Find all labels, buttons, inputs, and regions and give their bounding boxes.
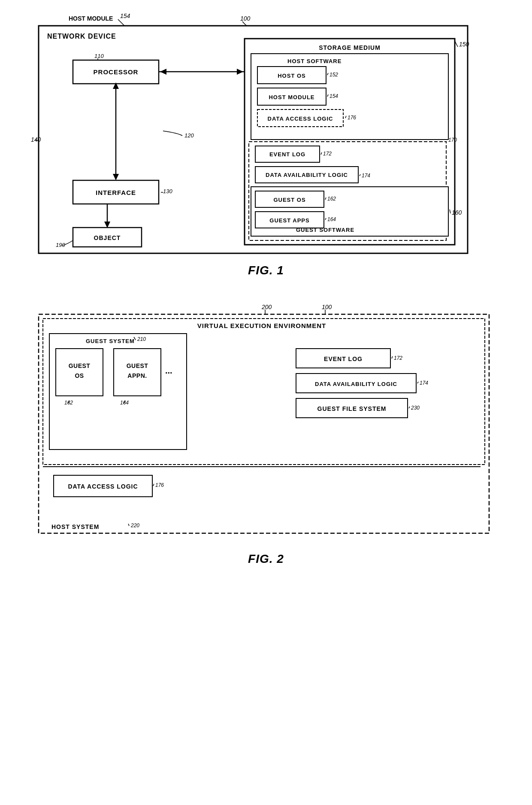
svg-text:174: 174 [420, 380, 428, 386]
svg-text:DATA ACCESS LOGIC: DATA ACCESS LOGIC [68, 483, 138, 490]
svg-text:170: 170 [448, 137, 457, 143]
svg-text:VIRTUAL EXECUTION ENVIRONMENT: VIRTUAL EXECUTION ENVIRONMENT [197, 322, 326, 329]
svg-text:160: 160 [452, 209, 462, 216]
svg-text:100: 100 [322, 304, 332, 310]
svg-text:130: 130 [163, 188, 172, 194]
svg-text:140: 140 [31, 136, 41, 143]
svg-text:HOST OS: HOST OS [278, 73, 306, 79]
svg-text:DATA AVAILABILITY LOGIC: DATA AVAILABILITY LOGIC [315, 381, 397, 387]
svg-text:GUEST APPS: GUEST APPS [269, 217, 309, 224]
svg-text:152: 152 [329, 72, 338, 78]
svg-text:230: 230 [411, 405, 420, 411]
svg-text:OS: OS [75, 372, 84, 379]
fig1-title-row: FIG. 1 [30, 264, 502, 277]
svg-text:172: 172 [323, 151, 332, 157]
fig2-title-row: FIG. 2 [30, 552, 502, 566]
fig1-label: FIG. 1 [248, 264, 284, 277]
fig1-diagram: NETWORK DEVICE HOST MODULE 154 100 140 P… [30, 9, 502, 262]
svg-text:164: 164 [327, 216, 336, 222]
svg-text:PROCESSOR: PROCESSOR [94, 68, 139, 76]
svg-text:GUEST: GUEST [127, 362, 148, 369]
svg-text:176: 176 [155, 482, 164, 488]
svg-text:174: 174 [362, 173, 370, 179]
fig1-container: NETWORK DEVICE HOST MODULE 154 100 140 P… [30, 9, 502, 280]
svg-text:HOST SYSTEM: HOST SYSTEM [51, 523, 99, 530]
svg-text:120: 120 [184, 132, 194, 139]
svg-text:HOST MODULE: HOST MODULE [69, 15, 113, 22]
svg-text:110: 110 [94, 53, 104, 59]
svg-text:162: 162 [327, 196, 336, 202]
svg-text:...: ... [165, 366, 172, 375]
svg-text:220: 220 [130, 522, 139, 529]
svg-text:NETWORK DEVICE: NETWORK DEVICE [47, 33, 116, 40]
svg-text:EVENT LOG: EVENT LOG [324, 355, 363, 362]
svg-text:INTERFACE: INTERFACE [96, 189, 136, 196]
svg-text:200: 200 [261, 304, 272, 310]
svg-text:HOST SOFTWARE: HOST SOFTWARE [287, 58, 342, 64]
svg-text:GUEST FILE SYSTEM: GUEST FILE SYSTEM [317, 405, 387, 412]
fig2-diagram: 200 100 VIRTUAL EXECUTION ENVIRONMENT GU… [30, 301, 502, 542]
fig2-label: FIG. 2 [248, 552, 284, 566]
svg-text:154: 154 [120, 12, 130, 19]
fig2-container: 200 100 VIRTUAL EXECUTION ENVIRONMENT GU… [30, 301, 502, 566]
svg-text:GUEST OS: GUEST OS [273, 197, 305, 203]
svg-text:DATA AVAILABILITY LOGIC: DATA AVAILABILITY LOGIC [266, 172, 348, 178]
svg-text:HOST MODULE: HOST MODULE [269, 94, 314, 100]
svg-text:210: 210 [137, 336, 146, 342]
svg-text:OBJECT: OBJECT [94, 234, 121, 241]
svg-text:150: 150 [459, 41, 469, 48]
svg-text:DATA ACCESS LOGIC: DATA ACCESS LOGIC [268, 115, 333, 122]
svg-text:STORAGE MEDIUM: STORAGE MEDIUM [319, 44, 381, 51]
svg-text:100: 100 [240, 15, 251, 22]
svg-text:172: 172 [394, 355, 402, 361]
svg-text:GUEST SYSTEM: GUEST SYSTEM [86, 338, 135, 344]
svg-text:APPN.: APPN. [127, 372, 147, 379]
svg-text:GUEST: GUEST [69, 362, 91, 369]
svg-text:EVENT LOG: EVENT LOG [269, 151, 305, 158]
svg-text:154: 154 [329, 93, 338, 99]
svg-text:176: 176 [348, 115, 356, 121]
